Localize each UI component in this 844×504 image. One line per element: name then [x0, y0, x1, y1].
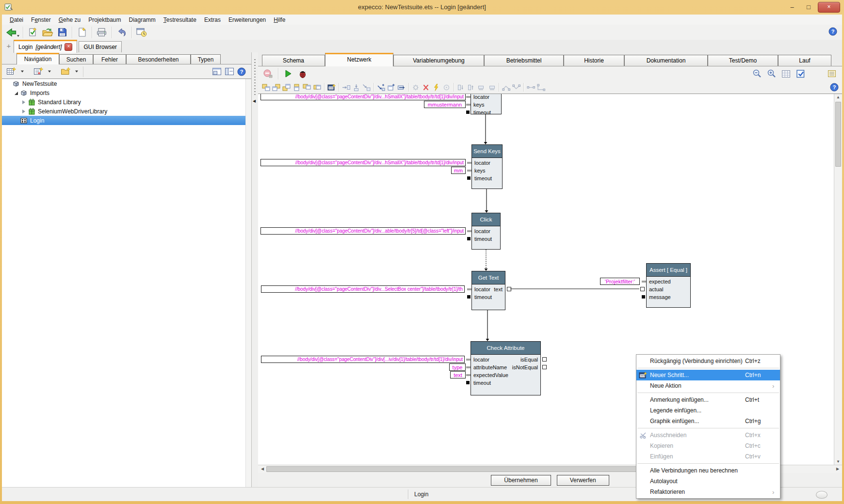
flash-button[interactable] — [431, 83, 441, 92]
conn-c-button[interactable] — [526, 83, 536, 92]
constant-value-label[interactable]: text — [450, 371, 466, 378]
constant-value-label[interactable]: mm — [451, 167, 466, 174]
pin-d-button[interactable] — [487, 83, 497, 92]
context-menu-item-neue-aktion[interactable]: Neue Aktion› — [636, 380, 780, 391]
vertical-scroll-thumb[interactable] — [835, 102, 841, 167]
align-f-button[interactable] — [312, 83, 322, 92]
tree-help-button[interactable]: ? — [237, 66, 246, 78]
menu-diagramm[interactable]: Diagramm — [125, 15, 160, 25]
tab-netzwerk[interactable]: Netzwerk — [325, 53, 393, 66]
minimize-button[interactable]: – — [785, 2, 799, 12]
align-a-button[interactable] — [261, 83, 271, 92]
tab-variablenumgebung[interactable]: Variablenumgebung — [393, 55, 484, 66]
tab-test-demo[interactable]: Test/Demo — [708, 55, 778, 66]
doc-tab-login[interactable]: Login [geändert]× — [14, 40, 77, 53]
view-detail-button[interactable] — [212, 66, 222, 78]
menu-fenster[interactable]: Fenster — [27, 15, 55, 25]
step-partial[interactable]: locatorkeystimeout — [471, 94, 502, 114]
tree-item-imports[interactable]: Imports — [2, 88, 251, 97]
menu-extras[interactable]: Extras — [200, 15, 225, 25]
tab-typen[interactable]: Typen — [191, 54, 221, 64]
conn-d-button[interactable] — [536, 83, 546, 92]
tab-lauf[interactable]: Lauf — [778, 55, 831, 66]
back-button[interactable] — [5, 26, 20, 39]
conn-b-button[interactable] — [511, 83, 521, 92]
menu-gehe-zu[interactable]: Gehe zu — [55, 15, 84, 25]
scroll-left-icon[interactable]: ◀ — [259, 466, 266, 472]
in-down-button[interactable] — [351, 83, 361, 92]
context-menu-item-autolayout[interactable]: Autolayout — [636, 476, 780, 487]
new-tab-button[interactable]: + — [4, 42, 14, 51]
context-menu-item-neuer-schritt[interactable]: Neuer Schritt...Ctrl+n — [636, 370, 780, 380]
context-menu-item-rückgängig-verbindung-einrichten[interactable]: Rückgängig (Verbindung einrichten)Ctrl+z — [636, 356, 780, 366]
tab-navigation[interactable]: Navigation — [16, 53, 59, 64]
undo-button[interactable] — [115, 26, 129, 39]
context-menu-item-refaktorieren[interactable]: Refaktorieren› — [636, 487, 780, 497]
context-menu-item-kopieren[interactable]: KopierenCtrl+c — [636, 441, 780, 451]
tree-item-newtestsuite[interactable]: NewTestsuite — [2, 79, 251, 88]
diagram-help-button[interactable]: ? — [830, 81, 839, 94]
pin-a-button[interactable] — [456, 83, 466, 92]
in-diag-button[interactable] — [361, 83, 372, 92]
new-folder-menu[interactable] — [75, 66, 79, 78]
red-x-button[interactable] — [421, 83, 431, 92]
new-action-button[interactable] — [33, 66, 45, 78]
tree-expander-icon[interactable] — [20, 108, 27, 115]
constant-value-label[interactable]: mmustermann — [424, 101, 466, 108]
new-document-button[interactable] — [75, 26, 89, 39]
scroll-down-icon[interactable]: ▼ — [834, 459, 842, 464]
new-action-menu[interactable] — [48, 66, 52, 78]
step-check-attribute[interactable]: Check AttributelocatorisEqualattributeNa… — [471, 341, 541, 395]
step-assert-equal[interactable]: Assert [ Equal ]expectedactualmessage — [646, 263, 691, 308]
maximize-button[interactable]: □ — [801, 2, 816, 12]
gear-button[interactable] — [411, 83, 421, 92]
menu-erweiterungen[interactable]: Erweiterungen — [225, 15, 270, 25]
close-button[interactable]: × — [818, 2, 840, 13]
menu-datei[interactable]: Datei — [6, 15, 27, 25]
pane-list-button[interactable] — [825, 67, 839, 80]
align-c-button[interactable] — [281, 83, 292, 92]
new-folder-button[interactable] — [61, 66, 72, 78]
constant-value-label[interactable]: 'Projektfilter:' — [600, 278, 640, 285]
context-menu-item-graphik-einfügen[interactable]: Graphik einfügen...Ctrl+g — [636, 416, 780, 426]
tree-item-login[interactable]: Login — [2, 116, 251, 125]
view-split-button[interactable] — [225, 66, 235, 78]
zoom-out-button[interactable] — [750, 67, 764, 80]
zoom-in-button[interactable] — [765, 67, 779, 80]
open-button[interactable] — [41, 26, 54, 39]
constant-value-label[interactable]: type — [449, 363, 466, 371]
tab-schema[interactable]: Schema — [262, 55, 325, 66]
apply-button[interactable]: Übernehmen — [491, 475, 551, 486]
grid-button[interactable] — [779, 67, 793, 80]
titlebar[interactable]: expecco: NewTestsuite.ets -- Login [geän… — [0, 0, 844, 15]
tree-scrollbar[interactable] — [245, 79, 251, 488]
constant-value-label[interactable]: //body/div[@class="pageContentDiv"]/div.… — [260, 94, 466, 100]
align-d-button[interactable] — [292, 83, 302, 92]
in-left-button[interactable] — [341, 83, 351, 92]
new-testsuite-button[interactable] — [26, 26, 40, 39]
context-menu-item-einfügen[interactable]: EinfügenCtrl+v — [636, 451, 780, 462]
new-step-button[interactable] — [326, 83, 337, 92]
menu-projektbaum[interactable]: Projektbaum — [84, 15, 125, 25]
tree-expander-icon[interactable] — [13, 90, 19, 96]
tree-item-seleniumwebdriverlibrary[interactable]: SeleniumWebDriverLibrary — [2, 107, 251, 116]
tab-suchen[interactable]: Suchen — [59, 54, 93, 64]
align-e-button[interactable] — [302, 83, 312, 92]
circle-button[interactable] — [441, 83, 452, 92]
tab-besonderheiten[interactable]: Besonderheiten — [126, 54, 191, 64]
help-button[interactable]: ? — [828, 27, 837, 37]
scroll-right-icon[interactable]: ▶ — [834, 466, 842, 472]
stop-button[interactable] — [261, 67, 275, 80]
tab-fehler[interactable]: Fehler — [93, 54, 126, 64]
tree-item-standard-library[interactable]: Standard Library — [2, 97, 251, 107]
context-menu-item-legende-einfügen[interactable]: Legende einfügen... — [636, 405, 780, 416]
step-get-text[interactable]: Get Textlocatortexttimeout — [471, 271, 505, 310]
discard-button[interactable]: Verwerfen — [557, 475, 609, 486]
tab-betriebsmittel[interactable]: Betriebsmittel — [484, 55, 564, 66]
debug-button[interactable] — [296, 67, 309, 80]
run-button[interactable] — [281, 67, 295, 80]
autoconnect-toggle[interactable] — [794, 67, 808, 80]
pin-c-button[interactable] — [476, 83, 487, 92]
conn-a-button[interactable] — [501, 83, 511, 92]
new-testcase-button[interactable] — [6, 66, 18, 78]
